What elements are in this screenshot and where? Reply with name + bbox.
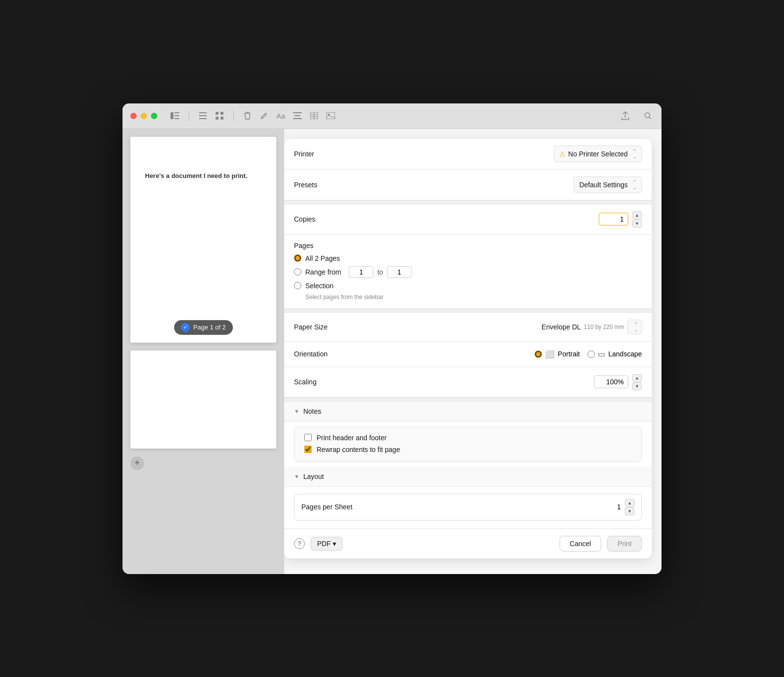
copies-value-container: ▲ ▼ xyxy=(599,211,642,227)
page-preview-1[interactable]: Here's a document I need to print. ✓ Pag… xyxy=(130,137,276,343)
pdf-button[interactable]: PDF ▾ xyxy=(311,537,343,551)
close-button[interactable] xyxy=(130,113,137,119)
range-from-input[interactable] xyxy=(349,266,373,278)
printer-label: Printer xyxy=(294,150,343,158)
svg-rect-5 xyxy=(199,115,207,116)
page-preview-2[interactable] xyxy=(130,351,276,449)
scaling-row: Scaling ▲ ▼ xyxy=(284,367,652,398)
landscape-radio[interactable] xyxy=(588,351,595,358)
pages-per-sheet-stepper-btns: ▲ ▼ xyxy=(625,499,635,515)
minimize-button[interactable] xyxy=(141,113,147,119)
range-from-label: Range from xyxy=(305,268,341,276)
paper-size-label: Paper Size xyxy=(294,323,343,331)
notes-section-header[interactable]: ▼ Notes xyxy=(284,401,652,422)
sidebar-toggle-icon[interactable] xyxy=(169,110,181,122)
svg-rect-4 xyxy=(199,112,207,113)
all-pages-radio[interactable] xyxy=(294,254,301,262)
rewrap-checkbox[interactable] xyxy=(304,446,312,453)
search-icon[interactable] xyxy=(642,110,654,122)
orientation-options: ⬜ Portrait ▭ Landscape xyxy=(535,350,642,359)
section-divider-3 xyxy=(284,398,652,401)
toolbar-separator-2 xyxy=(233,111,234,121)
svg-rect-18 xyxy=(326,112,335,119)
layout-section-body: Pages per Sheet 1 ▲ ▼ xyxy=(284,487,652,528)
copies-label: Copies xyxy=(294,215,343,223)
paper-size-chevron-icon: ⌃⌄ xyxy=(634,322,637,332)
print-header-footer-checkbox[interactable] xyxy=(304,434,312,441)
selection-hint: Select pages from the sidebar xyxy=(305,294,642,301)
pages-per-sheet-decrement[interactable]: ▼ xyxy=(625,507,635,515)
landscape-label: Landscape xyxy=(608,350,642,358)
image-icon[interactable] xyxy=(325,110,337,122)
portrait-icon: ⬜ xyxy=(545,350,555,359)
svg-rect-13 xyxy=(293,118,302,119)
portrait-option: ⬜ Portrait xyxy=(535,350,580,359)
help-button[interactable]: ? xyxy=(294,538,305,549)
range-radio[interactable] xyxy=(294,268,301,276)
rewrap-row: Rewrap contents to fit page xyxy=(304,446,632,453)
copies-decrement[interactable]: ▼ xyxy=(632,220,642,227)
svg-rect-2 xyxy=(174,115,179,116)
presets-value-container: Default Settings ⌃⌄ xyxy=(574,176,642,193)
help-label: ? xyxy=(297,540,301,547)
print-button[interactable]: Print xyxy=(607,536,642,552)
pages-per-sheet-increment[interactable]: ▲ xyxy=(625,499,635,507)
pdf-chevron-icon: ▾ xyxy=(333,540,336,548)
table-icon[interactable] xyxy=(308,110,320,122)
list-view-icon[interactable] xyxy=(197,110,209,122)
portrait-radio[interactable] xyxy=(535,351,542,358)
printer-value: No Printer Selected xyxy=(568,150,628,158)
paper-size-value-container: Envelope DL 110 by 220 mm ⌃⌄ xyxy=(541,320,642,334)
font-icon[interactable]: Aa xyxy=(275,110,287,122)
pages-section: Pages All 2 Pages Range from to xyxy=(284,235,652,309)
share-icon[interactable] xyxy=(619,110,631,122)
landscape-option: ▭ Landscape xyxy=(588,350,642,359)
presets-selector[interactable]: Default Settings ⌃⌄ xyxy=(574,176,642,193)
trash-icon[interactable] xyxy=(242,110,253,122)
paper-size-mm: 110 by 220 mm xyxy=(584,324,624,330)
range-row: Range from to xyxy=(294,266,642,278)
print-dialog: Printer ⚠ No Printer Selected ⌃⌄ Presets xyxy=(284,139,652,558)
printer-selector[interactable]: ⚠ No Printer Selected ⌃⌄ xyxy=(554,146,642,162)
maximize-button[interactable] xyxy=(151,113,157,119)
notes-collapse-arrow: ▼ xyxy=(294,408,299,414)
svg-rect-10 xyxy=(220,117,223,120)
paper-size-value: Envelope DL xyxy=(541,323,581,331)
orientation-row: Orientation ⬜ Portrait ▭ Landscape xyxy=(284,342,652,367)
paper-size-row: Paper Size Envelope DL 110 by 220 mm ⌃⌄ xyxy=(284,313,652,342)
copies-increment[interactable]: ▲ xyxy=(632,211,642,219)
edit-icon[interactable] xyxy=(258,110,270,122)
paper-size-selector[interactable]: ⌃⌄ xyxy=(627,320,642,334)
range-to-input[interactable] xyxy=(387,266,412,278)
page-sidebar: Here's a document I need to print. ✓ Pag… xyxy=(122,129,284,574)
scaling-input[interactable] xyxy=(594,376,628,388)
range-inputs: to xyxy=(349,266,412,278)
page-badge: ✓ Page 1 of 2 xyxy=(174,320,233,335)
grid-view-icon[interactable] xyxy=(214,110,225,122)
svg-rect-7 xyxy=(216,112,219,115)
svg-rect-8 xyxy=(220,112,223,115)
pages-per-sheet-label: Pages per Sheet xyxy=(301,503,617,511)
selection-radio[interactable] xyxy=(294,282,301,289)
add-page-button[interactable]: + xyxy=(130,456,144,470)
all-pages-label: All 2 Pages xyxy=(305,254,340,262)
scaling-stepper: ▲ ▼ xyxy=(632,374,642,390)
scaling-increment[interactable]: ▲ xyxy=(632,374,642,382)
pages-per-sheet-row: Pages per Sheet 1 ▲ ▼ xyxy=(294,494,642,521)
format-icon[interactable] xyxy=(292,110,303,122)
pages-per-sheet-value: 1 xyxy=(617,503,621,511)
presets-value: Default Settings xyxy=(579,181,628,189)
toolbar: Aa xyxy=(169,110,337,122)
all-pages-row: All 2 Pages xyxy=(294,254,642,262)
scaling-decrement[interactable]: ▼ xyxy=(632,382,642,390)
portrait-label: Portrait xyxy=(558,350,580,358)
section-divider-2 xyxy=(284,309,652,313)
document-text: Here's a document I need to print. xyxy=(145,171,262,181)
svg-rect-11 xyxy=(293,112,302,113)
layout-section-header[interactable]: ▼ Layout xyxy=(284,467,652,487)
copies-input[interactable] xyxy=(599,213,628,226)
check-icon: ✓ xyxy=(181,323,190,332)
cancel-button[interactable]: Cancel xyxy=(560,536,602,552)
svg-rect-6 xyxy=(199,118,207,119)
presets-chevron-icon: ⌃⌄ xyxy=(633,179,637,190)
